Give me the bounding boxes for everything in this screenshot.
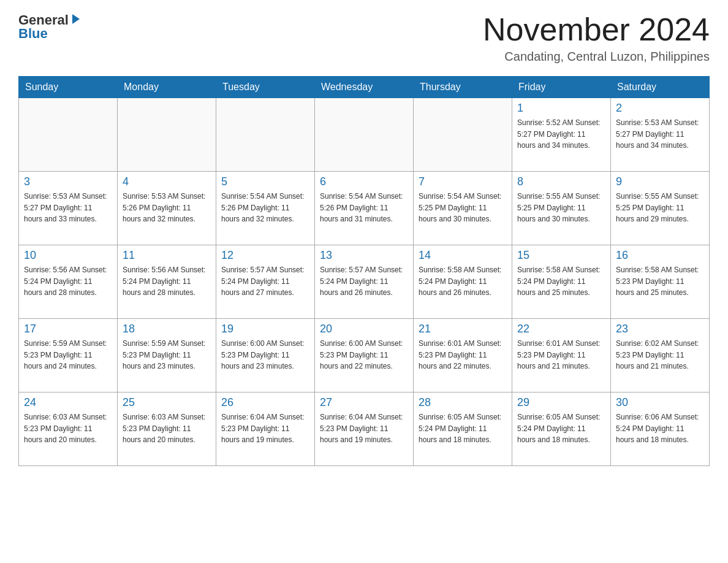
calendar-cell: 11Sunrise: 5:56 AM Sunset: 5:24 PM Dayli… (118, 245, 216, 319)
day-number: 4 (123, 175, 211, 188)
day-info: Sunrise: 5:54 AM Sunset: 5:25 PM Dayligh… (419, 191, 507, 225)
calendar-cell (19, 98, 118, 172)
day-info: Sunrise: 6:01 AM Sunset: 5:23 PM Dayligh… (517, 338, 605, 372)
day-number: 22 (517, 323, 605, 335)
calendar-header-monday: Monday (118, 77, 216, 98)
calendar-cell: 6Sunrise: 5:54 AM Sunset: 5:26 PM Daylig… (315, 172, 414, 245)
day-info: Sunrise: 5:55 AM Sunset: 5:25 PM Dayligh… (517, 191, 605, 225)
day-info: Sunrise: 5:57 AM Sunset: 5:24 PM Dayligh… (221, 264, 309, 299)
calendar-cell: 29Sunrise: 6:05 AM Sunset: 5:24 PM Dayli… (512, 393, 611, 466)
day-number: 28 (419, 396, 507, 409)
calendar-cell: 13Sunrise: 5:57 AM Sunset: 5:24 PM Dayli… (315, 245, 414, 319)
calendar-cell: 21Sunrise: 6:01 AM Sunset: 5:23 PM Dayli… (414, 319, 512, 393)
day-number: 29 (517, 396, 605, 409)
calendar-header-row: SundayMondayTuesdayWednesdayThursdayFrid… (19, 77, 710, 98)
calendar-cell: 24Sunrise: 6:03 AM Sunset: 5:23 PM Dayli… (19, 393, 118, 466)
day-number: 12 (221, 249, 309, 262)
calendar-cell (414, 98, 512, 172)
day-number: 16 (616, 249, 704, 262)
day-info: Sunrise: 5:56 AM Sunset: 5:24 PM Dayligh… (24, 264, 112, 299)
logo-blue-text: Blue (18, 26, 48, 42)
day-number: 24 (24, 396, 112, 409)
day-info: Sunrise: 6:04 AM Sunset: 5:23 PM Dayligh… (221, 412, 309, 446)
day-number: 15 (517, 249, 605, 262)
calendar-cell: 12Sunrise: 5:57 AM Sunset: 5:24 PM Dayli… (216, 245, 315, 319)
day-info: Sunrise: 5:54 AM Sunset: 5:26 PM Dayligh… (221, 191, 309, 225)
day-number: 19 (221, 323, 309, 335)
calendar-table: SundayMondayTuesdayWednesdayThursdayFrid… (18, 76, 710, 466)
calendar-header-friday: Friday (512, 77, 611, 98)
day-number: 5 (221, 175, 309, 188)
calendar-cell: 30Sunrise: 6:06 AM Sunset: 5:24 PM Dayli… (611, 393, 710, 466)
day-info: Sunrise: 5:53 AM Sunset: 5:27 PM Dayligh… (24, 191, 112, 225)
calendar-cell (216, 98, 315, 172)
day-number: 7 (419, 175, 507, 188)
day-number: 11 (123, 249, 211, 262)
logo-arrow-icon (70, 13, 82, 25)
day-info: Sunrise: 5:59 AM Sunset: 5:23 PM Dayligh… (123, 338, 211, 372)
day-number: 26 (221, 396, 309, 409)
day-info: Sunrise: 6:00 AM Sunset: 5:23 PM Dayligh… (320, 338, 408, 372)
calendar-cell: 9Sunrise: 5:55 AM Sunset: 5:25 PM Daylig… (611, 172, 710, 245)
calendar-cell: 14Sunrise: 5:58 AM Sunset: 5:24 PM Dayli… (414, 245, 512, 319)
day-info: Sunrise: 6:01 AM Sunset: 5:23 PM Dayligh… (419, 338, 507, 372)
calendar-cell: 8Sunrise: 5:55 AM Sunset: 5:25 PM Daylig… (512, 172, 611, 245)
calendar-cell: 28Sunrise: 6:05 AM Sunset: 5:24 PM Dayli… (414, 393, 512, 466)
calendar-cell: 22Sunrise: 6:01 AM Sunset: 5:23 PM Dayli… (512, 319, 611, 393)
day-info: Sunrise: 5:54 AM Sunset: 5:26 PM Dayligh… (320, 191, 408, 225)
month-title: November 2024 (483, 12, 710, 47)
calendar-cell: 1Sunrise: 5:52 AM Sunset: 5:27 PM Daylig… (512, 98, 611, 172)
day-number: 17 (24, 323, 112, 335)
calendar-cell: 10Sunrise: 5:56 AM Sunset: 5:24 PM Dayli… (19, 245, 118, 319)
day-info: Sunrise: 6:03 AM Sunset: 5:23 PM Dayligh… (24, 412, 112, 446)
title-section: November 2024 Candating, Central Luzon, … (483, 12, 710, 64)
calendar-week-row: 1Sunrise: 5:52 AM Sunset: 5:27 PM Daylig… (19, 98, 710, 172)
svg-marker-0 (72, 14, 80, 24)
calendar-cell: 7Sunrise: 5:54 AM Sunset: 5:25 PM Daylig… (414, 172, 512, 245)
day-number: 10 (24, 249, 112, 262)
calendar-cell (315, 98, 414, 172)
calendar-cell: 18Sunrise: 5:59 AM Sunset: 5:23 PM Dayli… (118, 319, 216, 393)
day-info: Sunrise: 5:53 AM Sunset: 5:27 PM Dayligh… (616, 117, 704, 151)
day-info: Sunrise: 5:59 AM Sunset: 5:23 PM Dayligh… (24, 338, 112, 372)
calendar-cell (118, 98, 216, 172)
day-number: 18 (123, 323, 211, 335)
day-number: 27 (320, 396, 408, 409)
day-info: Sunrise: 5:55 AM Sunset: 5:25 PM Dayligh… (616, 191, 704, 225)
page-header: General Blue November 2024 Candating, Ce… (18, 12, 710, 64)
day-info: Sunrise: 6:03 AM Sunset: 5:23 PM Dayligh… (123, 412, 211, 446)
calendar-header-thursday: Thursday (414, 77, 512, 98)
day-number: 30 (616, 396, 704, 409)
day-number: 25 (123, 396, 211, 409)
calendar-cell: 2Sunrise: 5:53 AM Sunset: 5:27 PM Daylig… (611, 98, 710, 172)
calendar-week-row: 17Sunrise: 5:59 AM Sunset: 5:23 PM Dayli… (19, 319, 710, 393)
calendar-cell: 16Sunrise: 5:58 AM Sunset: 5:23 PM Dayli… (611, 245, 710, 319)
calendar-header-saturday: Saturday (611, 77, 710, 98)
day-info: Sunrise: 5:58 AM Sunset: 5:23 PM Dayligh… (616, 264, 704, 299)
calendar-cell: 15Sunrise: 5:58 AM Sunset: 5:24 PM Dayli… (512, 245, 611, 319)
day-number: 8 (517, 175, 605, 188)
calendar-header-tuesday: Tuesday (216, 77, 315, 98)
calendar-cell: 19Sunrise: 6:00 AM Sunset: 5:23 PM Dayli… (216, 319, 315, 393)
logo: General Blue (18, 12, 82, 42)
calendar-cell: 20Sunrise: 6:00 AM Sunset: 5:23 PM Dayli… (315, 319, 414, 393)
calendar-header-wednesday: Wednesday (315, 77, 414, 98)
day-info: Sunrise: 6:00 AM Sunset: 5:23 PM Dayligh… (221, 338, 309, 372)
calendar-week-row: 24Sunrise: 6:03 AM Sunset: 5:23 PM Dayli… (19, 393, 710, 466)
calendar-week-row: 3Sunrise: 5:53 AM Sunset: 5:27 PM Daylig… (19, 172, 710, 245)
day-number: 3 (24, 175, 112, 188)
calendar-cell: 27Sunrise: 6:04 AM Sunset: 5:23 PM Dayli… (315, 393, 414, 466)
day-number: 14 (419, 249, 507, 262)
day-number: 2 (616, 102, 704, 115)
day-info: Sunrise: 6:05 AM Sunset: 5:24 PM Dayligh… (419, 412, 507, 446)
day-number: 6 (320, 175, 408, 188)
day-info: Sunrise: 5:57 AM Sunset: 5:24 PM Dayligh… (320, 264, 408, 299)
day-info: Sunrise: 5:58 AM Sunset: 5:24 PM Dayligh… (517, 264, 605, 299)
day-number: 23 (616, 323, 704, 335)
day-info: Sunrise: 5:53 AM Sunset: 5:26 PM Dayligh… (123, 191, 211, 225)
calendar-cell: 4Sunrise: 5:53 AM Sunset: 5:26 PM Daylig… (118, 172, 216, 245)
day-number: 21 (419, 323, 507, 335)
calendar-cell: 23Sunrise: 6:02 AM Sunset: 5:23 PM Dayli… (611, 319, 710, 393)
day-info: Sunrise: 6:06 AM Sunset: 5:24 PM Dayligh… (616, 412, 704, 446)
calendar-header-sunday: Sunday (19, 77, 118, 98)
